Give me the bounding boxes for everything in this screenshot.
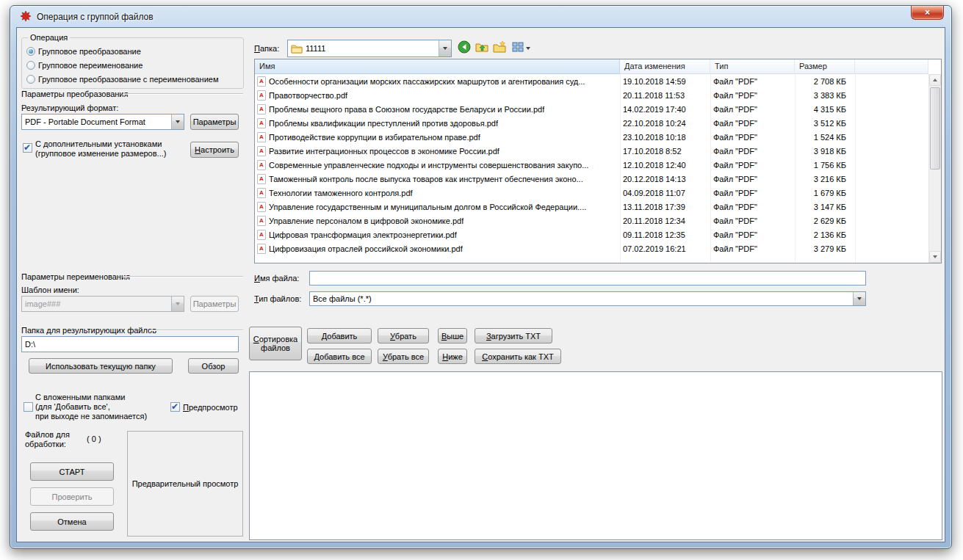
remove-all-button[interactable]: Убрать все: [378, 349, 429, 364]
column-header-type[interactable]: Тип: [710, 59, 795, 74]
add-button[interactable]: Добавить: [307, 328, 372, 343]
sort-files-button[interactable]: Сортировка файлов: [249, 327, 302, 360]
view-menu-button[interactable]: [509, 40, 533, 57]
files-count-label-line1: Файлов для: [25, 430, 70, 440]
file-browser-list[interactable]: Имя Дата изменения Тип Размер A Особенно…: [254, 59, 942, 263]
file-row[interactable]: A Таможенный контроль после выпуска това…: [255, 172, 928, 186]
move-down-button[interactable]: Ниже: [438, 349, 467, 364]
format-select[interactable]: PDF - Portable Document Format: [21, 114, 184, 130]
name-template-value: image###: [22, 299, 171, 308]
browse-button[interactable]: Обзор: [188, 358, 239, 374]
radio-label-group-conversion[interactable]: Групповое преобразование: [38, 47, 141, 57]
file-date: 12.10.2018 12:40: [620, 161, 710, 170]
titlebar[interactable]: Операция с группой файлов ×: [10, 6, 951, 27]
add-all-button[interactable]: Добавить все: [307, 349, 372, 364]
file-date: 14.02.2019 17:40: [620, 105, 710, 114]
selected-files-list[interactable]: [249, 371, 942, 540]
move-up-button[interactable]: Выше: [438, 328, 467, 343]
file-type: Файл "PDF": [710, 77, 795, 86]
radio-group-conversion[interactable]: [26, 47, 35, 56]
file-list-header: Имя Дата изменения Тип Размер: [255, 59, 928, 74]
new-folder-icon: [493, 41, 506, 56]
file-row[interactable]: A Управление персоналом в цифровой эконо…: [255, 214, 928, 228]
file-list-body[interactable]: A Особенности организации морских пассаж…: [255, 74, 928, 263]
subfolders-label-line1[interactable]: С вложенными папками: [35, 393, 125, 402]
file-row[interactable]: A Технологии таможенного контроля.pdf 04…: [255, 186, 928, 200]
column-header-name[interactable]: Имя: [255, 59, 620, 74]
rename-section-title: Параметры переименования: [21, 272, 130, 282]
file-size: 2 708 КБ: [795, 77, 855, 86]
file-type: Файл "PDF": [710, 203, 795, 211]
file-row[interactable]: A Управление государственным и муниципал…: [255, 200, 928, 214]
file-size: 3 147 КБ: [795, 203, 855, 211]
advanced-settings-label-line1[interactable]: С дополнительными установками: [35, 139, 162, 149]
file-date: 20.11.2018 12:34: [620, 217, 710, 225]
file-date: 19.10.2018 14:59: [620, 77, 710, 86]
remove-button[interactable]: Убрать: [378, 328, 429, 343]
use-current-folder-button[interactable]: Использовать текущую папку: [29, 358, 173, 374]
output-folder-input[interactable]: [21, 336, 239, 352]
file-row[interactable]: A Современные управленческие подходы и и…: [255, 158, 928, 172]
arrow-up-icon: [933, 79, 937, 81]
verify-button[interactable]: Проверить: [30, 487, 114, 506]
dialog-client-area: Операция Групповое преобразование Группо…: [16, 27, 945, 542]
start-button[interactable]: СТАРТ: [30, 462, 114, 481]
file-date: 17.10.2018 8:52: [620, 147, 710, 156]
file-row[interactable]: A Проблемы квалификации преступлений про…: [255, 116, 928, 130]
file-row[interactable]: A Противодействие коррупции в избиратель…: [255, 130, 928, 144]
configure-button[interactable]: Настроить: [190, 142, 239, 158]
file-row[interactable]: A Цифровая трансформация электроэнергети…: [255, 228, 928, 241]
radio-label-group-conversion-rename[interactable]: Групповое преобразование с переименовани…: [38, 75, 219, 84]
new-folder-button[interactable]: [491, 40, 508, 57]
file-row[interactable]: A Проблемы вещного права в Союзном госуд…: [255, 102, 928, 116]
radio-group-rename[interactable]: [26, 61, 35, 70]
back-button[interactable]: [456, 40, 472, 57]
file-row[interactable]: A Правотворчество.pdf 20.11.2018 11:53 Ф…: [255, 88, 928, 102]
column-header-size[interactable]: Размер: [795, 59, 855, 74]
chevron-down-icon: [171, 297, 184, 311]
file-size: 1 524 КБ: [795, 133, 855, 142]
column-header-filler: [855, 59, 928, 74]
scrollbar-thumb[interactable]: [930, 87, 940, 170]
name-template-select[interactable]: image###: [21, 296, 184, 312]
radio-label-group-rename[interactable]: Групповое переименование: [38, 61, 143, 70]
file-size: 3 512 КБ: [795, 119, 855, 128]
file-type: Файл "PDF": [710, 161, 795, 170]
preview-checkbox[interactable]: [170, 402, 180, 412]
file-name: Управление персоналом в цифровой экономи…: [269, 217, 464, 225]
radio-group-conversion-rename[interactable]: [26, 75, 35, 84]
scroll-down-button[interactable]: [929, 251, 941, 263]
app-icon: [20, 10, 32, 22]
load-txt-button[interactable]: Загрузить TXT: [475, 328, 552, 343]
pdf-file-icon: A: [257, 188, 266, 198]
save-txt-button[interactable]: Сохранить как TXT: [475, 349, 561, 364]
advanced-settings-label-line2[interactable]: (групповое изменение размеров...): [35, 149, 166, 159]
views-icon: [512, 41, 524, 56]
up-one-level-button[interactable]: [474, 40, 490, 57]
pdf-file-icon: A: [257, 146, 266, 156]
file-row[interactable]: A Особенности организации морских пассаж…: [255, 74, 928, 88]
advanced-settings-checkbox[interactable]: [23, 143, 32, 153]
rename-params-button[interactable]: Параметры: [190, 296, 239, 312]
name-template-label: Шаблон имени:: [21, 286, 79, 295]
filename-input[interactable]: [309, 271, 866, 286]
format-params-button[interactable]: Параметры: [190, 114, 239, 130]
cancel-button[interactable]: Отмена: [30, 512, 114, 531]
close-button[interactable]: ×: [911, 6, 944, 20]
folder-select[interactable]: 11111: [287, 40, 452, 57]
files-count-value: ( 0 ): [87, 434, 101, 444]
subfolders-checkbox[interactable]: [24, 402, 33, 412]
scroll-up-button[interactable]: [929, 74, 941, 86]
file-name: Цифровая трансформация электроэнергетики…: [269, 230, 457, 239]
filetype-select[interactable]: Все файлы (*.*): [309, 291, 866, 306]
pdf-file-icon: A: [257, 230, 266, 240]
column-header-date[interactable]: Дата изменения: [620, 59, 710, 74]
file-list-scrollbar[interactable]: [928, 74, 941, 263]
file-type: Файл "PDF": [710, 217, 795, 225]
preview-checkbox-label[interactable]: Предпросмотр: [183, 403, 238, 412]
divider: [123, 276, 243, 277]
file-type: Файл "PDF": [710, 91, 795, 100]
file-row[interactable]: A Развитие интеграционных процессов в эк…: [255, 144, 928, 158]
file-row[interactable]: A Цифровизация отраслей российской эконо…: [255, 241, 928, 255]
divider: [123, 93, 243, 95]
